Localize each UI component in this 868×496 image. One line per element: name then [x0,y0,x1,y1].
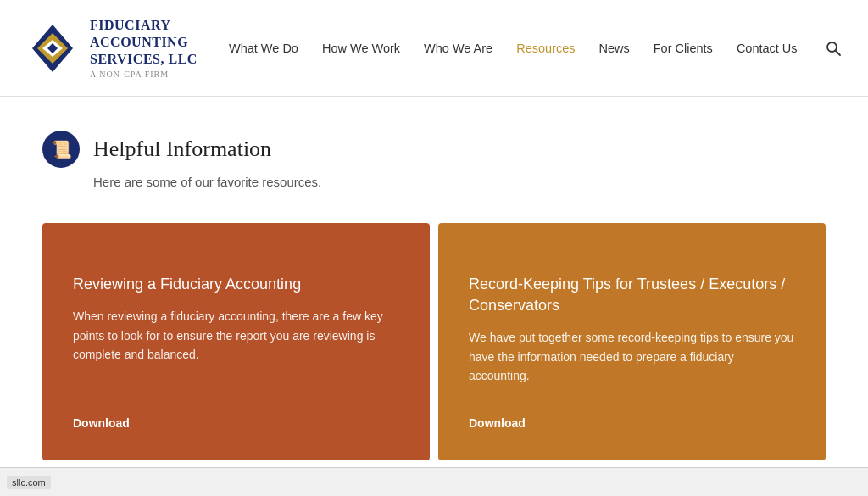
nav-for-clients[interactable]: For Clients [654,42,713,55]
card-1-title: Reviewing a Fiduciary Accounting [73,274,399,295]
section-subtitle: Here are some of our favorite resources. [93,175,826,189]
company-name-2: Accounting [90,34,198,51]
nav-contact-us[interactable]: Contact Us [737,42,798,55]
search-button[interactable] [821,36,845,60]
logo[interactable]: Fiduciary Accounting Services, LLC A Non… [25,17,229,79]
logo-icon [25,21,80,75]
section-icon-circle: 📜 [42,131,80,168]
search-icon [825,40,842,57]
card-1-download[interactable]: Download [73,416,399,430]
card-2-title: Record-Keeping Tips for Trustees / Execu… [469,274,795,316]
nav-how-we-work[interactable]: How We Work [322,42,400,55]
section-header: 📜 Helpful Information [42,131,826,168]
card-record-keeping: Record-Keeping Tips for Trustees / Execu… [438,223,826,460]
logo-text: Fiduciary Accounting Services, LLC A Non… [90,17,198,79]
nav-who-we-are[interactable]: Who We Are [424,42,492,55]
main-nav: What We Do How We Work Who We Are Resour… [229,36,845,60]
card-fiduciary-accounting: Reviewing a Fiduciary Accounting When re… [42,223,430,460]
card-2-description: We have put together some record-keeping… [469,328,795,404]
company-tagline: A Non-CPA Firm [90,70,198,79]
document-icon: 📜 [51,139,72,159]
nav-resources[interactable]: Resources [516,42,575,55]
cards-container: Reviewing a Fiduciary Accounting When re… [42,223,826,460]
svg-line-5 [836,51,840,55]
taskbar-url: sllc.com [7,476,51,489]
taskbar: sllc.com [0,467,868,496]
nav-news[interactable]: News [599,42,630,55]
nav-what-we-do[interactable]: What We Do [229,42,298,55]
card-2-download[interactable]: Download [469,416,795,430]
card-1-description: When reviewing a fiduciary accounting, t… [73,307,399,404]
company-name-3: Services, LLC [90,51,198,68]
section-title: Helpful Information [93,137,271,162]
svg-point-4 [827,42,837,52]
company-name: Fiduciary [90,17,198,34]
